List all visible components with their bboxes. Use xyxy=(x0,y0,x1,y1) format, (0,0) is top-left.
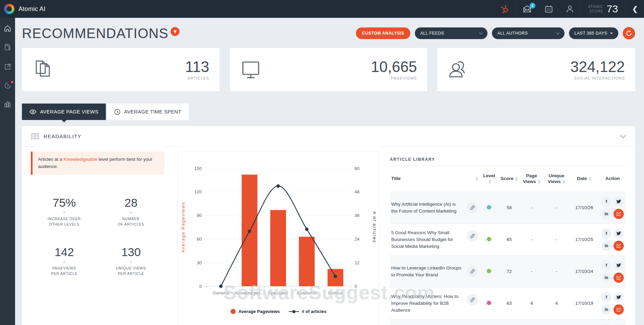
edit-article-button[interactable] xyxy=(614,209,624,219)
kpi-label: PAGEVIEWSPER ARTICLE xyxy=(31,265,98,277)
twitter-share-button[interactable] xyxy=(614,196,624,207)
article-date: 17/10/19 xyxy=(569,287,599,319)
custom-analysis-button[interactable]: CUSTOM ANALYSIS xyxy=(356,27,410,39)
svg-text:48: 48 xyxy=(355,189,359,194)
svg-text:Knowledgea...: Knowledgea... xyxy=(235,290,264,296)
insight-highlight: Knowledgeable xyxy=(63,157,97,162)
linkedin-share-button[interactable]: in xyxy=(601,241,611,251)
column-header-unique-views[interactable]: Unique Views xyxy=(543,166,569,192)
kpi-label: UNIQUE VIEWSPER ARTICLE xyxy=(98,265,164,277)
article-title[interactable]: 5 Good Reasons Why Small Businesses Shou… xyxy=(391,229,463,250)
column-header-date[interactable]: Date xyxy=(569,166,599,192)
facebook-share-button[interactable]: f xyxy=(601,196,611,207)
linkedin-share-button[interactable]: in xyxy=(601,304,611,315)
collapse-chevron-icon[interactable]: ❮ xyxy=(626,5,644,13)
pages-icon xyxy=(4,44,11,51)
edit-article-button[interactable] xyxy=(614,304,624,315)
user-profile-icon[interactable] xyxy=(559,0,580,18)
article-link-button[interactable] xyxy=(467,265,478,277)
level-dot xyxy=(487,237,491,241)
table-row: How To Gain an Edge Over Competitors Wit… xyxy=(390,319,626,325)
article-library: ARTICLE LIBRARY TitleLevelScorePage View… xyxy=(390,152,626,325)
article-table: TitleLevelScorePage ViewsUnique ViewsDat… xyxy=(390,166,626,325)
hubspot-sprocket-icon[interactable] xyxy=(493,0,516,18)
sidebar-item-activity[interactable] xyxy=(4,82,11,89)
kpi-grid: 75% ^ INCREASE OVEROTHER LEVELS28 ^ NUMB… xyxy=(31,196,164,277)
sort-icon xyxy=(562,180,565,184)
column-header-level[interactable]: Level xyxy=(480,166,498,192)
facebook-share-button[interactable]: f xyxy=(601,228,611,239)
edit-icon xyxy=(616,275,621,280)
article-unique-views: 4 xyxy=(543,287,569,319)
stat-label: ARTICLES xyxy=(185,76,209,80)
stat-label: SOCIAL INTERACTIONS xyxy=(570,76,625,80)
article-link-button[interactable] xyxy=(467,202,478,213)
refresh-icon xyxy=(626,30,632,36)
twitter-share-button[interactable] xyxy=(614,228,624,239)
chart-plot-area: 003012602490361204815060GeneralKnowledge… xyxy=(178,156,379,308)
home-icon xyxy=(4,25,11,32)
column-header-score[interactable]: Score xyxy=(498,166,520,192)
edit-article-button[interactable] xyxy=(614,273,624,283)
column-header-title[interactable]: Title xyxy=(390,166,480,192)
date-range-dropdown[interactable]: LAST 365 DAYS xyxy=(569,27,618,39)
collapse-panel-chevron-icon[interactable] xyxy=(620,135,626,138)
article-page-views: 4 xyxy=(520,319,543,325)
tab-average-page-views[interactable]: AVERAGE PAGE VIEWS xyxy=(22,104,106,120)
kpi-value: 142 xyxy=(31,245,98,259)
refresh-button[interactable] xyxy=(623,27,635,39)
article-score: 58 xyxy=(498,192,520,224)
edit-article-button[interactable] xyxy=(614,241,624,251)
sidebar-item-share[interactable] xyxy=(4,63,11,70)
svg-text:120: 120 xyxy=(194,189,202,194)
article-page-views: - xyxy=(520,224,543,255)
sort-icon xyxy=(538,180,541,184)
sidebar-item-home[interactable] xyxy=(4,25,11,32)
article-score: 71 xyxy=(498,319,520,325)
article-date: 17/10/18 xyxy=(569,319,599,325)
calendar-icon[interactable] xyxy=(538,0,559,18)
feeds-filter-dropdown[interactable]: ALL FEEDS xyxy=(415,27,487,39)
tab-label: AVERAGE PAGE VIEWS xyxy=(40,109,98,115)
article-date: 17/10/26 xyxy=(569,192,599,224)
atomic-ai-logo xyxy=(4,4,14,14)
twitter-icon xyxy=(616,295,621,299)
caret-down-icon xyxy=(610,33,613,34)
article-link-button[interactable] xyxy=(467,230,478,242)
table-row: 5 Good Reasons Why Small Businesses Shou… xyxy=(390,224,626,255)
twitter-share-button[interactable] xyxy=(614,292,624,302)
atomic-score-label-2: SCORE xyxy=(588,9,603,14)
table-row: How to Leverage LinkedIn Groups to Promo… xyxy=(390,255,626,287)
linkedin-share-button[interactable]: in xyxy=(601,209,611,219)
facebook-share-button[interactable]: f xyxy=(601,292,611,302)
level-dot xyxy=(487,301,491,305)
facebook-share-button[interactable]: f xyxy=(601,260,611,270)
articles-icon xyxy=(32,59,52,80)
article-title[interactable]: How to Leverage LinkedIn Groups to Promo… xyxy=(391,265,463,278)
article-date: 17/10/24 xyxy=(569,255,599,287)
svg-text:90: 90 xyxy=(197,213,202,218)
svg-text:Academic: Academic xyxy=(297,290,317,296)
insight-prefix: Articles at a xyxy=(38,157,63,162)
sidebar-item-pages[interactable] xyxy=(4,44,11,51)
authors-filter-dropdown[interactable]: ALL AUTHORS xyxy=(492,27,565,39)
level-dot xyxy=(487,269,491,273)
article-link-button[interactable] xyxy=(467,294,478,305)
sidebar-item-analytics[interactable] xyxy=(4,101,11,108)
page-title: RECOMMENDATIONS xyxy=(22,26,169,40)
article-title[interactable]: Why Readability Matters: How to Improve … xyxy=(391,293,463,313)
authors-filter-value: ALL AUTHORS xyxy=(497,31,528,36)
stat-value: 10,665 xyxy=(371,59,417,75)
stat-value: 113 xyxy=(185,59,209,75)
kpi-1: 28 ^ NUMBEROF ARTICLES xyxy=(98,196,164,227)
twitter-share-button[interactable] xyxy=(614,260,624,270)
linkedin-share-button[interactable]: in xyxy=(601,273,611,283)
tab-average-time-spent[interactable]: AVERAGE TIME SPENT xyxy=(107,104,189,120)
legend-dot-icon xyxy=(231,309,236,314)
column-header-page-views[interactable]: Page Views xyxy=(520,166,543,192)
monitor-icon xyxy=(240,60,261,79)
article-title[interactable]: Why Artificial Intelligence (AI) is the … xyxy=(391,201,463,214)
lightbulb-icon[interactable] xyxy=(171,27,179,36)
link-icon xyxy=(470,269,475,274)
mail-icon[interactable]: 2 xyxy=(516,0,538,18)
